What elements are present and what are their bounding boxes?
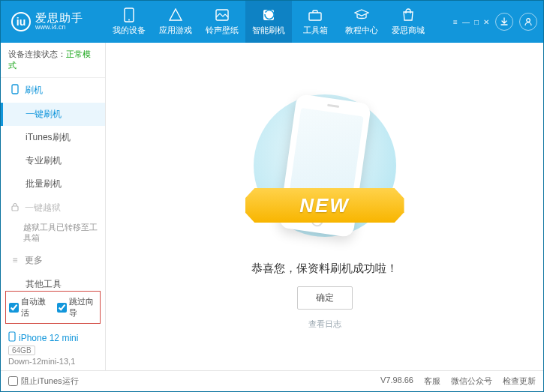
- nav-apps[interactable]: 应用游戏: [152, 1, 199, 43]
- logo[interactable]: iu 爱思助手 www.i4.cn: [1, 12, 106, 31]
- nav-my-device[interactable]: 我的设备: [106, 1, 152, 43]
- flash-section-icon: [10, 84, 20, 97]
- auto-activate-checkbox[interactable]: 自动激活: [9, 296, 50, 319]
- success-illustration: NEW: [250, 83, 400, 248]
- nav-toolbox[interactable]: 工具箱: [292, 1, 338, 43]
- sidebar-item-other-tools[interactable]: 其他工具: [1, 273, 105, 288]
- device-phone-icon: [8, 331, 16, 344]
- titlebar: iu 爱思助手 www.i4.cn 我的设备 应用游戏 铃声壁纸 智能刷机: [1, 1, 543, 43]
- sidebar-item-oneclick-flash[interactable]: 一键刷机: [1, 103, 105, 126]
- phone-icon: [122, 7, 137, 22]
- window-controls: ≡ — □ ✕: [453, 18, 489, 26]
- connection-status: 设备连接状态：正常模式: [1, 43, 105, 78]
- app-window: iu 爱思助手 www.i4.cn 我的设备 应用游戏 铃声壁纸 智能刷机: [0, 0, 544, 392]
- check-update-link[interactable]: 检查更新: [503, 376, 536, 387]
- minimize-icon[interactable]: —: [462, 18, 470, 26]
- sidebar-item-batch-flash[interactable]: 批量刷机: [1, 172, 105, 196]
- nav-flash[interactable]: 智能刷机: [245, 1, 292, 43]
- main-panel: NEW 恭喜您，保资料刷机成功啦！ 确定 查看日志: [106, 43, 543, 370]
- wechat-link[interactable]: 微信公众号: [451, 376, 492, 387]
- nav-store[interactable]: 爱思商城: [385, 1, 431, 43]
- svg-rect-7: [12, 206, 18, 211]
- device-firmware: Down-12mini-13,1: [8, 357, 98, 366]
- device-capacity: 64GB: [8, 346, 35, 355]
- store-icon: [401, 7, 416, 22]
- svg-rect-6: [12, 85, 18, 94]
- options-row: 自动激活 跳过向导: [5, 291, 101, 324]
- brand-name: 爱思助手: [35, 12, 83, 25]
- nav-wallpaper[interactable]: 铃声壁纸: [199, 1, 245, 43]
- device-info[interactable]: iPhone 12 mini 64GB Down-12mini-13,1: [1, 327, 105, 370]
- svg-rect-4: [309, 13, 321, 20]
- version-label: V7.98.66: [380, 376, 413, 387]
- block-itunes-checkbox[interactable]: 阻止iTunes运行: [8, 376, 79, 387]
- view-log-link[interactable]: 查看日志: [308, 319, 341, 330]
- download-button[interactable]: [495, 13, 513, 31]
- new-ribbon: NEW: [245, 188, 404, 223]
- success-message: 恭喜您，保资料刷机成功啦！: [251, 262, 398, 276]
- svg-point-5: [527, 19, 530, 22]
- nav-tutorial[interactable]: 教程中心: [338, 1, 385, 43]
- section-more[interactable]: ≡ 更多: [1, 248, 105, 273]
- flash-icon: [261, 7, 276, 22]
- sidebar: 设备连接状态：正常模式 刷机 一键刷机 iTunes刷机 专业刷机 批量刷机 一…: [1, 43, 106, 370]
- more-icon: ≡: [10, 255, 20, 265]
- tutorial-icon: [354, 7, 369, 22]
- skip-guide-checkbox[interactable]: 跳过向导: [57, 296, 98, 319]
- toolbox-icon: [308, 7, 323, 22]
- top-nav: 我的设备 应用游戏 铃声壁纸 智能刷机 工具箱 教程中心: [106, 1, 431, 43]
- sidebar-item-pro-flash[interactable]: 专业刷机: [1, 149, 105, 172]
- menu-icon[interactable]: ≡: [453, 18, 458, 26]
- logo-icon: iu: [11, 12, 31, 31]
- apps-icon: [168, 7, 183, 22]
- ok-button[interactable]: 确定: [297, 286, 353, 310]
- user-button[interactable]: [519, 13, 537, 31]
- close-icon[interactable]: ✕: [483, 18, 489, 26]
- maximize-icon[interactable]: □: [474, 18, 479, 26]
- svg-rect-8: [9, 332, 15, 341]
- section-flash[interactable]: 刷机: [1, 78, 105, 103]
- sidebar-item-itunes-flash[interactable]: iTunes刷机: [1, 126, 105, 149]
- svg-point-1: [128, 19, 130, 21]
- brand-url: www.i4.cn: [35, 24, 83, 31]
- statusbar: 阻止iTunes运行 V7.98.66 客服 微信公众号 检查更新: [1, 370, 543, 391]
- body: 设备连接状态：正常模式 刷机 一键刷机 iTunes刷机 专业刷机 批量刷机 一…: [1, 43, 543, 370]
- service-link[interactable]: 客服: [424, 376, 440, 387]
- jailbreak-note: 越狱工具已转移至工具箱: [1, 220, 105, 248]
- titlebar-right: ≡ — □ ✕: [449, 13, 543, 31]
- wallpaper-icon: [215, 7, 230, 22]
- section-jailbreak[interactable]: 一键越狱: [1, 196, 105, 220]
- lock-icon: [10, 202, 20, 214]
